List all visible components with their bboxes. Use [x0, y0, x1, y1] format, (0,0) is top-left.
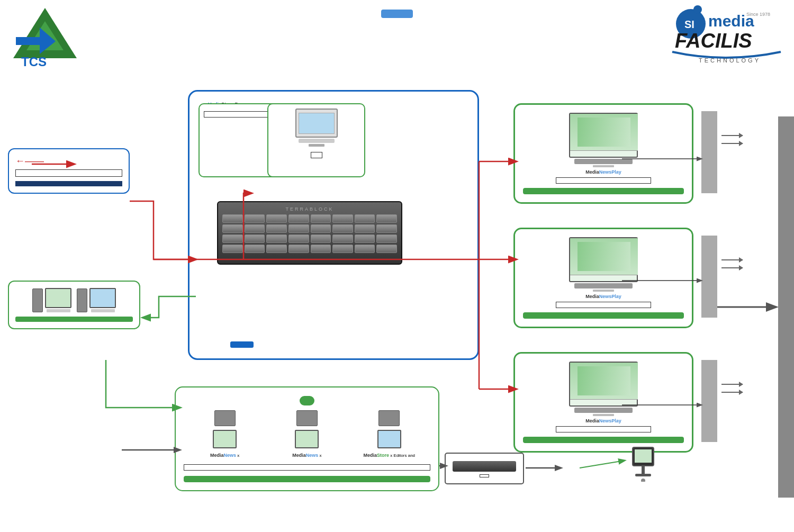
cr3-banner — [523, 437, 684, 443]
master-control-bar-1 — [701, 111, 717, 193]
prg-prw-group-1 — [720, 135, 743, 144]
prg-prw-group-3 — [720, 384, 743, 393]
simedia-logo: SI media Since 1978 FACILIS TECHNOLOGY — [667, 5, 783, 69]
master-switcher-bar — [778, 116, 794, 498]
production-cr3-box: MediaNewsPlay — [513, 352, 693, 453]
tcs-logo: TCS — [11, 5, 79, 69]
svg-text:Since 1978: Since 1978 — [746, 12, 770, 17]
svg-point-6 — [693, 5, 702, 14]
file-ingest-box: ←—— — [8, 148, 130, 194]
svg-line-25 — [580, 461, 625, 468]
svg-text:FACILIS: FACILIS — [675, 30, 752, 52]
production-cr2-box: MediaNewsPlay — [513, 228, 693, 328]
svg-text:TCS: TCS — [21, 55, 47, 69]
prod-playout-cr3 — [556, 426, 651, 432]
newsroom-box: MediaNews x MediaNews x MediaStore x Edi… — [175, 386, 439, 491]
newsroom-banner — [184, 476, 430, 482]
production-cr1-box: MediaNewsPlay — [513, 103, 693, 204]
master-control-bar-2 — [701, 236, 717, 318]
archive-mam-banner — [230, 341, 254, 348]
svg-text:SI: SI — [684, 19, 694, 30]
mos-gateway-box — [445, 453, 524, 484]
svg-rect-14 — [635, 474, 651, 476]
cr2-banner — [523, 312, 684, 319]
file-ingest-inner — [15, 169, 122, 177]
svg-rect-12 — [635, 449, 652, 463]
master-control-bar-3 — [701, 360, 717, 442]
prod-playout-cr2 — [556, 302, 651, 308]
file-ingest-banner — [15, 181, 122, 186]
nle-production-box — [8, 281, 140, 329]
server-block: TERRABLOCK — [217, 201, 402, 265]
prod-playout-cr1 — [556, 177, 651, 184]
archive-manager-button — [311, 152, 322, 158]
newsroom-stories-box — [184, 464, 430, 471]
archive-manager-box — [267, 103, 365, 177]
svg-text:TECHNOLOGY: TECHNOLOGY — [699, 57, 761, 64]
prompter-icon — [627, 445, 659, 482]
main-title — [381, 10, 413, 18]
svg-point-15 — [641, 479, 645, 482]
files-ingest-arrow: ←—— — [15, 156, 122, 167]
cr1-banner — [523, 188, 684, 194]
prg-prw-group-2 — [720, 259, 743, 268]
nle-banner — [15, 317, 133, 322]
svg-rect-13 — [642, 466, 645, 474]
